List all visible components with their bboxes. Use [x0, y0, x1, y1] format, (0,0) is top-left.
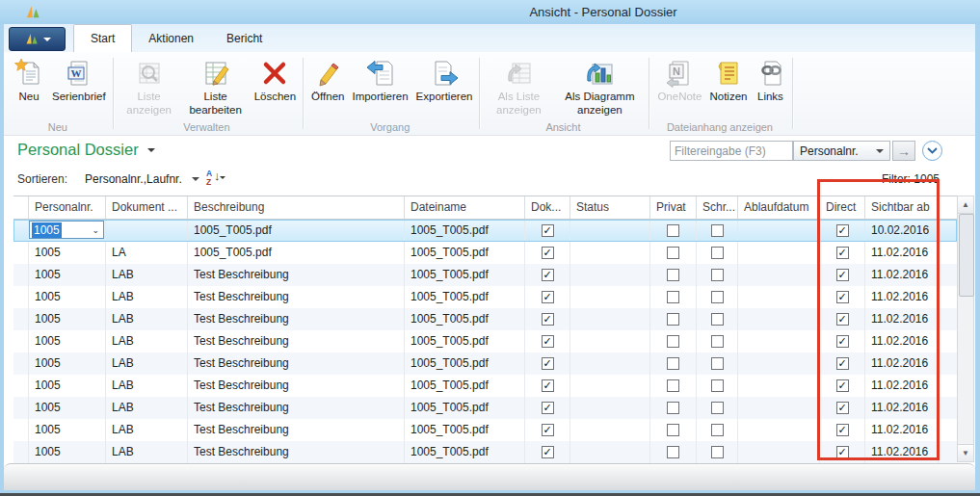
cell-beschreibung[interactable]: Test Beschreibung — [188, 375, 405, 397]
cell-dok[interactable]: ✓ — [525, 264, 570, 286]
cell-ablaufdatum[interactable] — [738, 264, 820, 286]
application-menu-button[interactable] — [9, 27, 66, 51]
cell-dateiname[interactable]: 1005_T005.pdf — [405, 242, 525, 264]
cell-status[interactable] — [570, 441, 650, 463]
cell-personalnr[interactable]: 1005 — [29, 397, 106, 419]
cell-direct[interactable]: ✓ — [820, 352, 865, 375]
cell-schr[interactable] — [697, 220, 738, 242]
column-header-dokument[interactable]: Dokument ... — [106, 196, 188, 219]
cell-personalnr[interactable]: 1005⌄ — [29, 220, 106, 242]
cell-ablaufdatum[interactable] — [738, 286, 820, 308]
column-header-beschreibung[interactable]: Beschreibung — [188, 196, 405, 219]
direct-checkbox[interactable]: ✓ — [836, 402, 849, 414]
cell-direct[interactable]: ✓ — [820, 397, 865, 419]
cell-privat[interactable] — [650, 264, 697, 286]
direct-checkbox[interactable]: ✓ — [836, 224, 849, 237]
schr-checkbox[interactable] — [711, 335, 724, 348]
apply-filter-button[interactable]: → — [892, 141, 915, 161]
dok-checkbox[interactable]: ✓ — [542, 335, 554, 348]
cell-direct[interactable]: ✓ — [820, 441, 865, 463]
direct-checkbox[interactable]: ✓ — [836, 313, 849, 326]
schr-checkbox[interactable] — [711, 247, 724, 259]
cell-beschreibung[interactable]: Test Beschreibung — [188, 441, 405, 463]
cell-schr[interactable] — [697, 419, 738, 441]
table-row[interactable]: 1005LABTest Beschreibung1005_T005.pdf✓✓1… — [13, 264, 957, 286]
cell-schr[interactable] — [697, 264, 738, 286]
direct-checkbox[interactable]: ✓ — [836, 379, 849, 392]
row-selector-cell[interactable] — [13, 220, 29, 242]
tab-aktionen[interactable]: Aktionen — [132, 25, 210, 52]
cell-dokument[interactable]: LAB — [106, 286, 188, 308]
table-row[interactable]: 1005LABTest Beschreibung1005_T005.pdf✓✓1… — [13, 375, 957, 397]
schr-checkbox[interactable] — [711, 269, 724, 281]
dok-checkbox[interactable]: ✓ — [542, 291, 554, 303]
schr-checkbox[interactable] — [711, 402, 724, 414]
cell-dok[interactable]: ✓ — [525, 352, 570, 375]
cell-personalnr[interactable]: 1005 — [29, 330, 106, 352]
cell-privat[interactable] — [650, 330, 697, 352]
cell-dokument[interactable]: LAB — [106, 330, 188, 352]
cell-dokument[interactable] — [106, 220, 188, 242]
cell-beschreibung[interactable]: Test Beschreibung — [188, 352, 405, 375]
cell-sichtbar[interactable]: 11.02.2016 — [865, 330, 939, 352]
dok-checkbox[interactable]: ✓ — [542, 424, 554, 436]
cell-privat[interactable] — [650, 308, 697, 330]
cell-dokument[interactable]: LAB — [106, 308, 188, 330]
column-header-status[interactable]: Status — [570, 196, 650, 219]
row-selector-cell[interactable] — [13, 397, 29, 419]
exportieren-button[interactable]: Exportieren — [412, 55, 477, 104]
dok-checkbox[interactable]: ✓ — [542, 269, 554, 281]
column-header-direct[interactable]: Direct — [820, 196, 865, 219]
privat-checkbox[interactable] — [667, 402, 679, 414]
cell-status[interactable] — [570, 286, 650, 308]
cell-schr[interactable] — [697, 375, 738, 397]
cell-schr[interactable] — [697, 397, 738, 419]
cell-privat[interactable] — [650, 419, 697, 441]
cell-dokument[interactable]: LA — [106, 242, 188, 264]
direct-checkbox[interactable]: ✓ — [836, 446, 849, 458]
dok-checkbox[interactable]: ✓ — [542, 357, 554, 370]
cell-sichtbar[interactable]: 11.02.2016 — [865, 242, 939, 264]
loeschen-button[interactable]: Löschen — [251, 55, 300, 104]
row-selector-cell[interactable] — [13, 352, 29, 375]
dok-checkbox[interactable]: ✓ — [542, 446, 554, 458]
cell-personalnr[interactable]: 1005 — [29, 375, 106, 397]
cell-privat[interactable] — [650, 242, 697, 264]
cell-status[interactable] — [570, 352, 650, 375]
scroll-down-button[interactable]: ▼ — [958, 444, 973, 461]
importieren-button[interactable]: Importieren — [348, 55, 411, 104]
serienbrief-button[interactable]: W Serienbrief — [48, 55, 110, 104]
cell-dokument[interactable]: LAB — [106, 352, 188, 375]
cell-schr[interactable] — [697, 330, 738, 352]
cell-status[interactable] — [570, 220, 650, 242]
table-row[interactable]: 1005LABTest Beschreibung1005_T005.pdf✓✓1… — [13, 308, 957, 330]
als-diagramm-anzeigen-button[interactable]: Als Diagramm anzeigen — [553, 55, 646, 117]
cell-sichtbar[interactable]: 11.02.2016 — [865, 419, 939, 441]
tab-start[interactable]: Start — [73, 24, 132, 52]
cell-beschreibung[interactable]: Test Beschreibung — [188, 330, 405, 352]
cell-sichtbar[interactable]: 11.02.2016 — [865, 286, 939, 308]
privat-checkbox[interactable] — [667, 357, 679, 370]
direct-checkbox[interactable]: ✓ — [836, 335, 849, 348]
dok-checkbox[interactable]: ✓ — [542, 313, 554, 326]
cell-dok[interactable]: ✓ — [525, 441, 570, 463]
cell-privat[interactable] — [650, 397, 697, 419]
cell-direct[interactable]: ✓ — [820, 220, 865, 242]
cell-dateiname[interactable]: 1005_T005.pdf — [405, 375, 525, 397]
cell-dateiname[interactable]: 1005_T005.pdf — [405, 264, 525, 286]
cell-dateiname[interactable]: 1005_T005.pdf — [405, 308, 525, 330]
cell-beschreibung[interactable]: Test Beschreibung — [188, 264, 405, 286]
cell-beschreibung[interactable]: Test Beschreibung — [188, 419, 405, 441]
cell-sichtbar[interactable]: 11.02.2016 — [865, 264, 939, 286]
cell-direct[interactable]: ✓ — [820, 330, 865, 352]
dok-checkbox[interactable]: ✓ — [542, 224, 554, 237]
neu-button[interactable]: Neu — [10, 55, 48, 104]
cell-beschreibung[interactable]: Test Beschreibung — [188, 286, 405, 308]
column-header-dok[interactable]: Dok... — [525, 196, 570, 219]
cell-dok[interactable]: ✓ — [525, 419, 570, 441]
cell-dokument[interactable]: LAB — [106, 419, 188, 441]
cell-ablaufdatum[interactable] — [738, 419, 820, 441]
cell-beschreibung[interactable]: 1005_T005.pdf — [188, 242, 405, 264]
sort-direction-button[interactable]: A Z ↓ — [206, 169, 227, 188]
cell-dok[interactable]: ✓ — [525, 242, 570, 264]
